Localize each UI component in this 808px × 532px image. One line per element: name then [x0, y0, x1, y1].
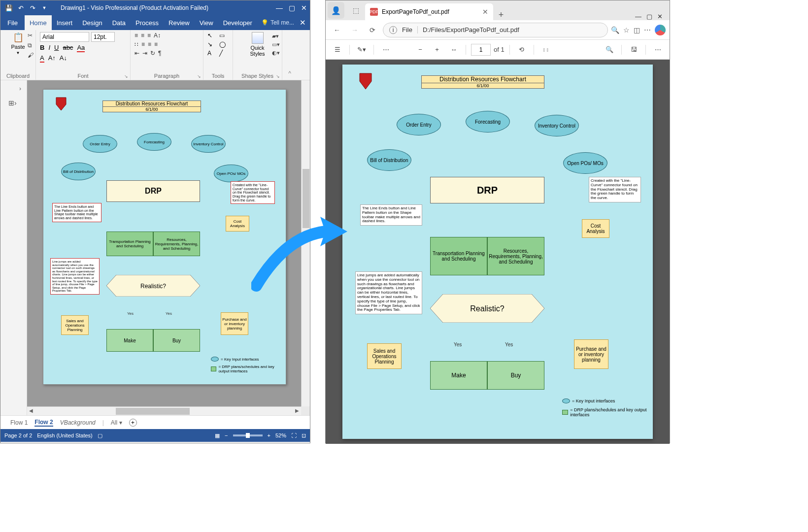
tab-vbackground[interactable]: VBackground	[60, 419, 96, 426]
font-color-button[interactable]: A	[40, 54, 44, 63]
cut-icon[interactable]: ✂	[28, 32, 34, 39]
split-screen-icon[interactable]: ◫	[634, 26, 640, 34]
tab-flow2[interactable]: Flow 2	[34, 419, 53, 427]
menu-file[interactable]: File	[0, 15, 25, 30]
workspaces-icon[interactable]: ⬚	[347, 2, 364, 19]
fit-page-icon[interactable]: ⛶	[291, 432, 297, 438]
fill-button-icon[interactable]: ▰▾	[272, 33, 280, 39]
align-middle-icon[interactable]: ≡	[141, 32, 144, 39]
copilot-icon[interactable]	[655, 25, 666, 35]
redo-icon[interactable]: ↷	[27, 2, 38, 13]
font-size-select[interactable]: 12pt.	[91, 32, 115, 42]
refresh-icon[interactable]: ⟳	[365, 23, 380, 37]
zoom-out-icon[interactable]: −	[413, 43, 427, 57]
page-number-input[interactable]	[471, 44, 491, 56]
underline-button[interactable]: U	[54, 44, 59, 52]
rotate-icon[interactable]: ⟲	[515, 43, 529, 57]
font-dialog-launcher-icon[interactable]: ↘	[124, 74, 128, 79]
undo-icon[interactable]: ↶	[15, 2, 26, 13]
add-page-button[interactable]: +	[129, 419, 137, 427]
shape-styles-dialog-launcher-icon[interactable]: ↘	[276, 74, 280, 79]
shapes-panel-icon[interactable]: ⊞›	[8, 99, 17, 107]
align-top-icon[interactable]: ≡	[135, 32, 138, 39]
hscroll-left-icon[interactable]: ◀	[29, 408, 33, 413]
find-icon[interactable]: 🔍	[603, 43, 616, 57]
save-icon[interactable]: 💾	[3, 2, 14, 13]
orientation-icon[interactable]: A↕	[154, 32, 161, 39]
maximize-icon[interactable]: ▢	[289, 4, 295, 12]
zoom-in-icon[interactable]: +	[268, 432, 270, 438]
ellipse-tool-icon[interactable]: ◯	[219, 41, 229, 48]
menu-design[interactable]: Design	[77, 15, 107, 30]
zoom-slider[interactable]	[233, 434, 263, 436]
qat-dropdown-icon[interactable]: ▼	[39, 2, 50, 13]
decrease-indent-icon[interactable]: ⇤	[135, 50, 139, 57]
font-name-select[interactable]: Arial	[40, 32, 89, 42]
drawing-page[interactable]: Distribution Resources Flowchart 6/1/00 …	[43, 89, 286, 385]
align-bottom-icon[interactable]: ≡	[147, 32, 151, 39]
horizontal-scrollbar[interactable]: ◀▶	[27, 406, 301, 415]
presentation-mode-icon[interactable]: ▦	[215, 432, 220, 439]
hscroll-right-icon[interactable]: ▶	[295, 408, 299, 413]
minimize-icon[interactable]: —	[635, 13, 641, 20]
format-painter-icon[interactable]: 🖌	[28, 52, 34, 59]
draw-icon[interactable]: ✎▾	[355, 43, 369, 57]
effects-button-icon[interactable]: ◐▾	[272, 50, 280, 56]
close-icon[interactable]: ✕	[301, 4, 307, 12]
new-tab-button[interactable]: +	[493, 10, 509, 20]
line-button-icon[interactable]: ▭▾	[272, 41, 280, 48]
rotate-text-icon[interactable]: ↻	[150, 50, 155, 57]
text-highlight-button[interactable]: Aa	[77, 44, 85, 52]
pan-zoom-icon[interactable]: ⊡	[302, 432, 306, 439]
minimize-icon[interactable]: —	[276, 4, 283, 12]
save-pdf-icon[interactable]: 🖫	[627, 43, 640, 57]
maximize-icon[interactable]: ▢	[646, 13, 652, 20]
close-icon[interactable]: ✕	[657, 13, 663, 20]
more-tools-icon[interactable]: ⋯	[379, 43, 393, 57]
increase-indent-icon[interactable]: ⇥	[142, 50, 147, 57]
back-icon[interactable]: ←	[330, 23, 344, 37]
site-info-icon[interactable]: i	[389, 26, 397, 34]
fit-width-icon[interactable]: ↔	[447, 43, 461, 57]
shapes-pane-collapsed[interactable]: › ⊞›	[0, 80, 27, 415]
align-center-icon[interactable]: ≡	[148, 41, 151, 48]
paragraph-mark-icon[interactable]: ¶	[158, 50, 161, 57]
strike-button[interactable]: abc	[63, 44, 73, 52]
zoom-out-icon[interactable]: −	[225, 432, 228, 438]
zoom-indicator-icon[interactable]: 🔍	[611, 26, 619, 34]
close-tab-icon[interactable]: ✕	[482, 8, 488, 16]
italic-button[interactable]: I	[48, 44, 50, 52]
text-tool-icon[interactable]: A	[207, 50, 217, 57]
ribbon-collapse-icon[interactable]: ^	[282, 30, 297, 80]
copy-icon[interactable]: ⧉	[28, 42, 34, 49]
favorite-icon[interactable]: ☆	[623, 26, 630, 34]
tab-all[interactable]: All ▾	[111, 419, 122, 426]
pdf-settings-icon[interactable]: ⋯	[651, 43, 665, 57]
menu-view[interactable]: View	[195, 15, 218, 30]
menu-developer[interactable]: Developer	[218, 15, 257, 30]
menu-icon[interactable]: ⋯	[644, 26, 651, 34]
paragraph-dialog-launcher-icon[interactable]: ↘	[197, 74, 201, 79]
tab-flow1[interactable]: Flow 1	[10, 419, 28, 426]
menu-data[interactable]: Data	[107, 15, 131, 30]
grow-font-button[interactable]: A↑	[48, 54, 56, 63]
status-language[interactable]: English (United States)	[37, 432, 93, 438]
tell-me-search[interactable]: 💡Tell me...	[261, 19, 294, 26]
zoom-level[interactable]: 52%	[275, 432, 286, 438]
browser-tab[interactable]: PDF ExportPageToPdf_out.pdf ✕	[365, 3, 493, 20]
close-document-icon[interactable]: ✕	[300, 18, 306, 27]
bold-button[interactable]: B	[40, 44, 44, 52]
menu-insert[interactable]: Insert	[52, 15, 78, 30]
menu-home[interactable]: Home	[25, 15, 52, 30]
align-left-icon[interactable]: ≡	[141, 41, 145, 48]
bullets-icon[interactable]: ∷	[135, 41, 138, 48]
menu-process[interactable]: Process	[131, 15, 164, 30]
pdf-viewport[interactable]: Distribution Resources Flowchart 6/1/00 …	[326, 60, 670, 444]
connector-tool-icon[interactable]: ↘	[207, 41, 217, 48]
rectangle-tool-icon[interactable]: ▭	[219, 32, 229, 39]
line-tool-icon[interactable]: ╱	[219, 50, 229, 57]
shrink-font-button[interactable]: A↓	[60, 54, 67, 63]
zoom-in-icon[interactable]: +	[430, 43, 444, 57]
macro-record-icon[interactable]: ▢	[98, 432, 102, 439]
menu-review[interactable]: Review	[164, 15, 195, 30]
